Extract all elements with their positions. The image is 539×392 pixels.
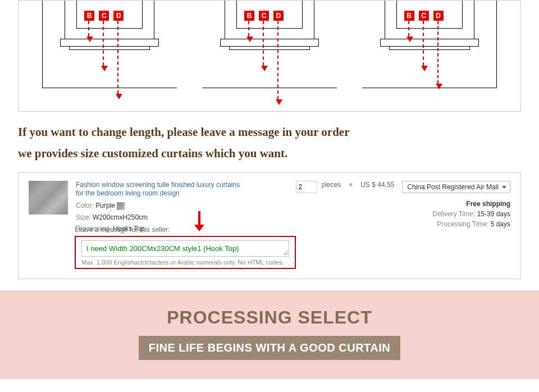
instruction-line-2: we provides size customized curtains whi… <box>18 143 521 165</box>
label-d: D <box>433 11 444 21</box>
diagram-1: B C D <box>42 1 177 107</box>
banner-title: PROCESSING SELECT <box>0 307 539 328</box>
label-c: C <box>419 11 429 21</box>
color-label: Color: <box>76 202 94 209</box>
product-thumbnail <box>29 181 68 215</box>
label-b: B <box>244 11 254 21</box>
quantity-input[interactable] <box>296 181 317 193</box>
size-value: W200cmxH250cm <box>93 213 148 221</box>
diagram-2: B C D <box>202 1 337 107</box>
order-example-panel: Fashion window screening tulle finished … <box>18 172 521 279</box>
processing-select-banner: PROCESSING SELECT FINE LIFE BEGINS WITH … <box>0 290 539 379</box>
price: US $ 44.55 <box>360 181 394 189</box>
delivery-time-label: Delivery Time: <box>432 210 475 218</box>
times-symbol: × <box>349 181 353 189</box>
size-label: Size: <box>76 213 91 221</box>
message-label: Leave a message for this seller: <box>75 226 296 234</box>
processing-time-label: Processing Time: <box>437 220 488 228</box>
processing-time-value: 5 days <box>491 220 510 228</box>
color-value: Purple <box>95 202 115 209</box>
free-shipping-label: Free shipping <box>402 200 510 208</box>
message-highlight-box: I need Width 200CMx230CM style1 (Hook To… <box>75 236 296 269</box>
product-title: Fashion window screening tulle finished … <box>76 181 244 198</box>
label-b: B <box>404 11 414 21</box>
measurement-diagrams: B C D B C D <box>18 0 521 112</box>
customization-instruction: If you want to change length, please lea… <box>18 122 521 165</box>
label-b: B <box>84 11 94 21</box>
shipping-column: China Post Registered Air Mail Free ship… <box>402 181 510 271</box>
label-c: C <box>99 11 109 21</box>
shipping-method-select[interactable]: China Post Registered Air Mail <box>402 181 510 193</box>
instruction-line-1: If you want to change length, please lea… <box>18 122 521 143</box>
label-d: D <box>113 11 124 21</box>
label-c: C <box>259 11 269 21</box>
message-hint: Max. 1,000 Englishactctctacters or Arabi… <box>81 259 289 266</box>
qty-unit: pieces <box>322 181 341 189</box>
delivery-time-value: 15-39 days <box>477 210 510 218</box>
seller-message-input[interactable]: I need Width 200CMx230CM style1 (Hook To… <box>81 240 289 257</box>
banner-subtitle: FINE LIFE BEGINS WITH A GOOD CURTAIN <box>139 336 401 360</box>
label-d: D <box>273 11 284 21</box>
diagram-3: B C D <box>362 1 497 107</box>
color-swatch <box>117 202 125 210</box>
